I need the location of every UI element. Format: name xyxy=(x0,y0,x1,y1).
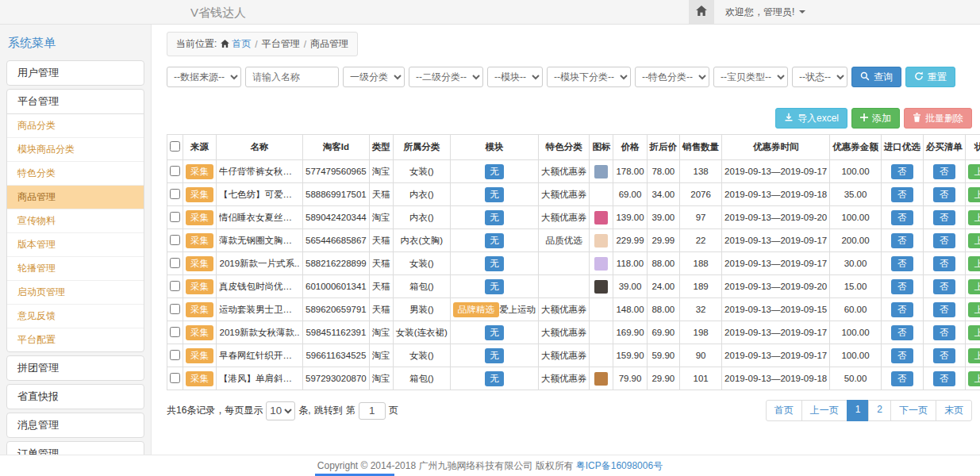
breadcrumb-home-link[interactable]: 首页 xyxy=(221,37,251,51)
search-button-label: 查询 xyxy=(874,71,893,84)
sidebar-subitem[interactable]: 商品分类 xyxy=(7,114,144,138)
coupon-time: 2019-09-13—2019-09-17 xyxy=(722,252,830,275)
discount-price: 88.00 xyxy=(647,252,680,275)
import-select-toggle[interactable]: 否 xyxy=(891,325,913,340)
page-button[interactable]: 下一页 xyxy=(890,400,936,421)
sidebar-subitem[interactable]: 模块商品分类 xyxy=(7,138,144,162)
row-checkbox[interactable] xyxy=(170,373,180,383)
page-button[interactable]: 首页 xyxy=(766,400,802,421)
status-toggle[interactable]: 上架 xyxy=(968,325,980,340)
status-toggle[interactable]: 上架 xyxy=(968,256,980,271)
filter-name-input[interactable] xyxy=(245,67,339,87)
sales-count: 188 xyxy=(680,252,722,275)
search-button[interactable]: 查询 xyxy=(851,67,901,87)
page-button[interactable]: 末页 xyxy=(936,400,972,421)
column-header: 来源 xyxy=(183,135,217,160)
import-select-toggle[interactable]: 否 xyxy=(891,371,913,386)
import-select-toggle[interactable]: 否 xyxy=(891,256,913,271)
product-thumbnail xyxy=(594,234,608,248)
reset-button[interactable]: 重置 xyxy=(905,67,955,87)
import-select-toggle[interactable]: 否 xyxy=(891,302,913,317)
price: 229.99 xyxy=(613,229,647,252)
sidebar-subitem[interactable]: 宣传物料 xyxy=(7,209,144,233)
module-cell: 无 xyxy=(450,160,538,183)
sidebar-subitem[interactable]: 特色分类 xyxy=(7,162,144,186)
import-select-toggle[interactable]: 否 xyxy=(891,233,913,248)
filter-select[interactable]: --特色分类-- xyxy=(635,67,709,87)
sidebar-item[interactable]: 用户管理 xyxy=(7,61,144,85)
must-buy-toggle[interactable]: 否 xyxy=(933,371,955,386)
sidebar-item[interactable]: 平台管理 xyxy=(7,90,144,113)
records-count-text: 共16条记录，每页显示 xyxy=(167,404,263,417)
must-buy-toggle[interactable]: 否 xyxy=(933,348,955,363)
status-toggle[interactable]: 上架 xyxy=(968,233,980,248)
sidebar-item[interactable]: 拼团管理 xyxy=(7,356,144,380)
filter-select[interactable]: --模块下分类-- xyxy=(547,67,631,87)
sidebar-subitem[interactable]: 版本管理 xyxy=(7,233,144,257)
page-button[interactable]: 2 xyxy=(868,400,891,421)
must-buy-toggle[interactable]: 否 xyxy=(933,233,955,248)
discount-price: 29.99 xyxy=(647,229,680,252)
import-select-toggle[interactable]: 否 xyxy=(891,210,913,225)
status-toggle[interactable]: 上架 xyxy=(968,210,980,225)
import-select-toggle[interactable]: 否 xyxy=(891,187,913,202)
must-buy-toggle[interactable]: 否 xyxy=(933,302,955,317)
filter-select[interactable]: --二级分类-- xyxy=(409,67,483,87)
status-toggle[interactable]: 上架 xyxy=(968,302,980,317)
status-toggle[interactable]: 上架 xyxy=(968,164,980,179)
must-buy-toggle[interactable]: 否 xyxy=(933,256,955,271)
row-checkbox[interactable] xyxy=(170,258,180,268)
per-page-select[interactable]: 10 xyxy=(266,401,295,420)
sidebar-title: 系统菜单 xyxy=(6,28,144,60)
import-select-toggle[interactable]: 否 xyxy=(891,164,913,179)
sidebar-subitem[interactable]: 平台配置 xyxy=(7,328,144,351)
page-button-current[interactable]: 1 xyxy=(847,400,870,421)
row-checkbox[interactable] xyxy=(170,327,180,337)
sidebar-subitem[interactable]: 意见反馈 xyxy=(7,305,144,328)
page-button[interactable]: 上一页 xyxy=(801,400,847,421)
must-buy-toggle[interactable]: 否 xyxy=(933,187,955,202)
icp-link[interactable]: 粤ICP备16098006号 xyxy=(576,459,663,473)
taoke-id: 589042420344 xyxy=(303,206,370,229)
home-button[interactable] xyxy=(689,0,714,24)
user-menu[interactable]: 欢迎您，管理员! xyxy=(714,6,817,19)
row-checkbox[interactable] xyxy=(170,212,180,222)
import-select-toggle[interactable]: 否 xyxy=(891,279,913,294)
jump-suffix: 页 xyxy=(389,404,398,417)
jump-page-input[interactable] xyxy=(359,402,386,420)
filter-select[interactable]: --状态-- xyxy=(792,67,847,87)
row-checkbox[interactable] xyxy=(170,281,180,291)
filter-select[interactable]: 一级分类 xyxy=(343,67,405,87)
coupon-amount: 200.00 xyxy=(830,229,882,252)
filter-select[interactable]: --数据来源-- xyxy=(167,67,241,87)
filter-select[interactable]: --宝贝类型-- xyxy=(713,67,788,87)
select-all-checkbox[interactable] xyxy=(170,141,180,152)
row-checkbox[interactable] xyxy=(170,166,180,176)
sidebar-subitem[interactable]: 启动页管理 xyxy=(7,281,144,305)
status-toggle[interactable]: 上架 xyxy=(968,348,980,363)
product-name-cell: 真皮钱包时尚优雅女士.. xyxy=(217,275,303,298)
import-select-toggle[interactable]: 否 xyxy=(891,348,913,363)
status-toggle[interactable]: 上架 xyxy=(968,279,980,294)
must-buy-toggle[interactable]: 否 xyxy=(933,279,955,294)
row-checkbox[interactable] xyxy=(170,189,180,199)
status-toggle[interactable]: 上架 xyxy=(968,187,980,202)
row-checkbox[interactable] xyxy=(170,304,180,314)
sidebar-subitem-current[interactable]: 商品管理 xyxy=(7,186,144,209)
must-buy-toggle[interactable]: 否 xyxy=(933,164,955,179)
row-checkbox[interactable] xyxy=(170,235,180,245)
add-button[interactable]: 添加 xyxy=(851,108,900,129)
filter-select[interactable]: --模块-- xyxy=(487,67,543,87)
status-toggle[interactable]: 上架 xyxy=(968,371,980,386)
product-type: 天猫 xyxy=(369,183,393,206)
row-checkbox[interactable] xyxy=(170,350,180,360)
sidebar-item[interactable]: 消息管理 xyxy=(7,413,144,437)
sidebar-item[interactable]: 省直快报 xyxy=(7,385,144,409)
batch-delete-button[interactable]: 批量删除 xyxy=(904,108,972,129)
import-excel-button[interactable]: 导入excel xyxy=(775,108,847,129)
product-category: 内衣(文胸) xyxy=(393,229,450,252)
sidebar-subitem[interactable]: 轮播管理 xyxy=(7,257,144,281)
must-buy-toggle[interactable]: 否 xyxy=(933,210,955,225)
icon-cell xyxy=(590,160,613,183)
must-buy-toggle[interactable]: 否 xyxy=(933,325,955,340)
